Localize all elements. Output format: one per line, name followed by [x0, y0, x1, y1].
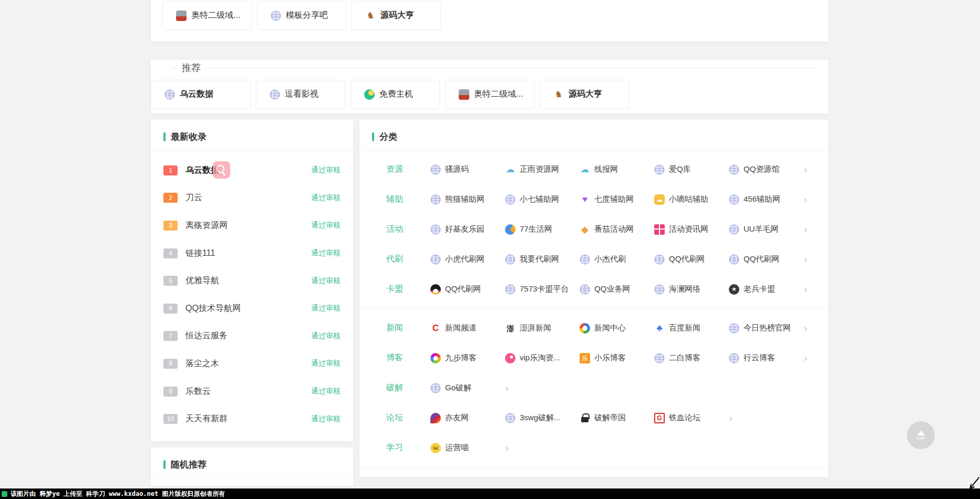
back-to-top-button[interactable]: TOP	[907, 421, 935, 449]
site-link[interactable]: ☁小嘀咕辅助	[654, 194, 729, 205]
chevron-right-icon[interactable]: ›	[803, 323, 816, 334]
site-link-label: 爱Q库	[669, 164, 691, 174]
latest-item[interactable]: 9乐数云通过审核	[151, 378, 353, 406]
site-link[interactable]: 小虎代刷网	[430, 254, 505, 265]
site-link[interactable]: 新闻中心	[580, 323, 654, 334]
chevron-right-icon[interactable]: ›	[803, 164, 816, 175]
chevron-right-icon[interactable]: ›	[803, 224, 816, 235]
site-link[interactable]: 二白博客	[654, 353, 729, 363]
site-link[interactable]: 爱Q库	[654, 164, 729, 175]
site-link-label: 线报网	[594, 164, 618, 174]
row-divider	[359, 308, 828, 309]
site-link-label: 456辅助网	[744, 194, 780, 204]
site-link[interactable]: QQ代刷网	[654, 254, 729, 265]
site-card-label: 奥特二级域...	[191, 10, 240, 21]
site-link[interactable]: UU羊毛网	[729, 224, 803, 235]
site-link[interactable]: 好基友乐园	[430, 224, 505, 235]
chevron-right-icon[interactable]: ›	[803, 194, 816, 205]
random-header: 随机推荐	[151, 448, 353, 478]
site-link[interactable]: QQ业务网	[580, 284, 654, 295]
site-card[interactable]: 奥特二级域...	[445, 80, 534, 109]
site-link[interactable]: 行云博客	[729, 353, 803, 363]
site-link[interactable]: 澎澎湃新闻	[505, 323, 580, 334]
site-link[interactable]: 3swg破解...	[505, 413, 580, 423]
site-link[interactable]: 乐小乐博客	[580, 353, 654, 363]
site-link[interactable]: ω运营喵	[430, 443, 505, 453]
latest-item[interactable]: 5优雅导航通过审核	[151, 267, 353, 295]
site-name: 落尘之木	[185, 358, 219, 369]
site-card[interactable]: ♞源码大亨	[352, 1, 441, 30]
site-card[interactable]: 模板分享吧	[257, 1, 346, 30]
site-link[interactable]: G铁血论坛	[654, 413, 729, 423]
latest-item[interactable]: 1乌云数据通过审核	[151, 157, 353, 184]
globe-favicon-icon	[729, 194, 739, 205]
site-link-label: QQ业务网	[594, 284, 630, 294]
site-card[interactable]: 免费主机	[350, 80, 440, 109]
site-link[interactable]: 7573卡盟平台	[505, 284, 580, 295]
site-link-label: 小乐博客	[594, 353, 626, 363]
chevron-right-icon[interactable]: ›	[729, 413, 750, 423]
site-link-label: 海澜网络	[669, 284, 700, 294]
site-link[interactable]: 77生活网	[505, 224, 580, 235]
chevron-right-icon[interactable]: ›	[803, 353, 816, 363]
site-link[interactable]: 小杰代刷	[580, 254, 654, 265]
site-name: 恒达云服务	[185, 330, 228, 341]
site-link[interactable]: ◆番茄活动网	[580, 224, 654, 235]
site-link-label: 新闻频道	[445, 323, 477, 333]
site-link[interactable]: ☁线报网	[580, 164, 654, 175]
swirl-favicon-icon	[505, 224, 515, 235]
site-link[interactable]: ♣百度新闻	[654, 323, 729, 334]
site-link[interactable]: QQ资源馆	[729, 164, 803, 175]
site-link[interactable]: 亦友网	[430, 413, 505, 423]
globe-favicon-icon	[430, 383, 441, 393]
site-card[interactable]: 乌云数据	[151, 80, 251, 109]
site-link[interactable]: Go破解	[430, 383, 505, 393]
latest-item[interactable]: 2刀云通过审核	[151, 184, 353, 212]
chevron-right-icon[interactable]: ›	[505, 383, 526, 393]
site-link[interactable]: 九步博客	[430, 353, 505, 363]
site-link[interactable]: 今日热榜官网	[729, 323, 803, 334]
chevron-right-icon[interactable]: ›	[803, 254, 816, 265]
site-link[interactable]: 海澜网络	[654, 284, 729, 295]
site-link-label: 小嘀咕辅助	[669, 194, 708, 204]
site-link[interactable]: vip乐淘资...	[505, 353, 580, 363]
site-link[interactable]: ♥七度辅助网	[580, 194, 654, 205]
site-link-label: QQ代刷网	[669, 254, 705, 264]
chevron-right-icon[interactable]: ›	[505, 443, 526, 453]
footer-watermark-text: 该图片由 释梦ye 上传至 科学刀 www.kxdao.net 图片版权归原创者…	[11, 490, 225, 498]
site-name: 优雅导航	[185, 275, 219, 286]
latest-item[interactable]: 3离殇资源网通过审核	[151, 212, 353, 240]
site-link[interactable]: C新闻频道	[430, 323, 505, 334]
category-row: 卡盟QQ代刷网7573卡盟平台QQ业务网海澜网络★老兵卡盟›	[359, 274, 828, 304]
site-link-label: 新闻中心	[594, 323, 626, 333]
qq-penguin-favicon-icon	[430, 284, 441, 295]
site-link[interactable]: ★老兵卡盟	[729, 284, 803, 295]
site-link[interactable]: QQ代刷网	[729, 254, 803, 265]
site-link[interactable]: 活动资讯网	[654, 224, 729, 235]
chevron-right-icon[interactable]: ›	[803, 284, 816, 295]
latest-item[interactable]: 10天天有新群通过审核	[151, 405, 353, 433]
globe-favicon-icon	[505, 284, 515, 295]
site-link[interactable]: 破解帝国	[580, 413, 654, 423]
category-label: 新闻	[372, 323, 430, 334]
site-card[interactable]: 逗看影视	[256, 80, 345, 109]
site-link[interactable]: QQ代刷网	[430, 284, 505, 295]
site-link[interactable]: 456辅助网	[729, 194, 803, 205]
site-link[interactable]: ☁正雨资源网	[505, 164, 580, 175]
latest-item[interactable]: 4链接111通过审核	[151, 240, 353, 267]
latest-item[interactable]: 8落尘之木通过审核	[151, 350, 353, 378]
globe-favicon-icon	[430, 194, 441, 205]
site-link-label: 今日热榜官网	[744, 323, 791, 333]
site-link[interactable]: 小七辅助网	[505, 194, 580, 205]
footer-watermark-bar: 该图片由 释梦ye 上传至 科学刀 www.kxdao.net 图片版权归原创者…	[0, 488, 980, 499]
latest-item[interactable]: 7恒达云服务通过审核	[151, 323, 353, 350]
latest-item[interactable]: 6QQ技术导航网通过审核	[151, 295, 353, 323]
random-panel: 随机推荐	[151, 448, 353, 486]
site-card[interactable]: 奥特二级域...	[162, 1, 252, 30]
category-label: 博客	[372, 352, 430, 363]
category-label: 辅助	[372, 194, 430, 205]
site-link[interactable]: 骚源码	[430, 164, 505, 175]
site-link[interactable]: 我要代刷网	[505, 254, 580, 265]
site-link[interactable]: 熊猫辅助网	[430, 194, 505, 205]
site-card[interactable]: ♞源码大亨	[540, 80, 629, 109]
